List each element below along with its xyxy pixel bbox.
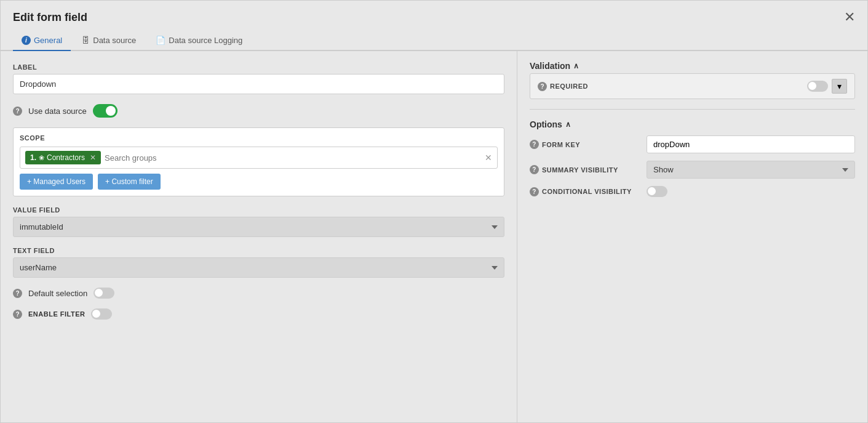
scope-buttons: + Managed Users + Custom filter	[20, 174, 498, 190]
summary-visibility-label: SUMMARY VISIBILITY	[542, 166, 618, 174]
form-key-row: ? FORM KEY	[530, 132, 855, 157]
info-circle-icon: i	[22, 36, 31, 45]
value-field-select[interactable]: immutableId id email	[13, 217, 504, 237]
use-data-source-label: Use data source	[28, 107, 87, 116]
text-field-section: TEXT FIELD userName displayName email	[13, 247, 504, 278]
modal-title: Edit form field	[13, 11, 87, 24]
required-help-icon: ?	[538, 82, 547, 91]
conditional-visibility-row: ? CONDITIONAL VISIBILITY	[530, 182, 855, 201]
scope-section-title: SCOPE	[20, 134, 498, 142]
tab-data-source-logging[interactable]: 📄 Data source Logging	[147, 31, 251, 51]
conditional-visibility-label: CONDITIONAL VISIBILITY	[542, 188, 632, 195]
options-section: Options ∧ ? FORM KEY ? SUMMARY VISIBILIT…	[530, 119, 855, 201]
form-key-help-icon: ?	[530, 140, 539, 149]
enable-filter-help-icon: ?	[13, 310, 22, 319]
form-key-input[interactable]	[647, 135, 855, 153]
value-field-section: VALUE FIELD immutableId id email	[13, 206, 504, 237]
default-selection-row: ? Default selection	[13, 288, 504, 299]
required-row: ? REQUIRED ▾	[530, 73, 855, 99]
options-title: Options	[530, 119, 562, 129]
summary-visibility-select[interactable]: Show Hide	[647, 161, 855, 179]
general-tab-icon: i	[22, 35, 31, 45]
enable-filter-row: ? ENABLE FILTER	[13, 308, 504, 320]
required-expand-button[interactable]: ▾	[832, 79, 847, 94]
scope-input-box: 1. ❀ Contractors ✕ ✕	[20, 147, 498, 169]
use-data-source-row: ? Use data source	[13, 104, 504, 118]
default-selection-help-icon: ?	[13, 289, 22, 298]
required-label-group: ? REQUIRED	[538, 82, 588, 91]
modal-body: LABEL ? Use data source SCOPE 1. ❀	[1, 51, 867, 422]
summary-visibility-row: ? SUMMARY VISIBILITY Show Hide	[530, 157, 855, 182]
scope-search-input[interactable]	[105, 153, 492, 163]
enable-filter-label: ENABLE FILTER	[28, 310, 85, 318]
tab-general[interactable]: i General	[13, 30, 71, 51]
scope-clear-button[interactable]: ✕	[485, 153, 492, 163]
text-field-label: TEXT FIELD	[13, 247, 504, 254]
tab-data-source[interactable]: 🗄 Data source	[73, 31, 145, 51]
label-section: LABEL	[13, 63, 504, 94]
add-custom-filter-button[interactable]: + Custom filter	[98, 174, 161, 190]
tag-text: Contractors	[47, 153, 85, 162]
summary-visibility-help-icon: ?	[530, 165, 539, 174]
left-panel: LABEL ? Use data source SCOPE 1. ❀	[1, 51, 517, 422]
use-data-source-toggle[interactable]	[93, 104, 117, 118]
default-selection-toggle[interactable]	[94, 288, 114, 299]
options-header: Options ∧	[530, 119, 855, 129]
label-input[interactable]	[13, 74, 504, 94]
value-field-label: VALUE FIELD	[13, 206, 504, 214]
validation-title: Validation	[530, 61, 570, 71]
summary-visibility-label-group: ? SUMMARY VISIBILITY	[530, 165, 640, 174]
validation-chevron-icon: ∧	[573, 62, 579, 70]
data-source-tab-icon: 🗄	[82, 36, 90, 45]
tab-data-source-label: Data source	[93, 36, 136, 45]
tabs-bar: i General 🗄 Data source 📄 Data source Lo…	[1, 24, 867, 51]
form-key-label: FORM KEY	[542, 141, 580, 148]
tag-remove-button[interactable]: ✕	[90, 153, 96, 162]
scope-tag-contractors: 1. ❀ Contractors ✕	[25, 151, 101, 164]
edit-form-field-modal: Edit form field ✕ i General 🗄 Data sourc…	[0, 0, 868, 423]
scope-section: SCOPE 1. ❀ Contractors ✕ ✕ + Managed Use…	[13, 127, 504, 196]
tag-number: 1.	[30, 153, 36, 162]
conditional-visibility-toggle[interactable]	[647, 186, 667, 197]
validation-section: Validation ∧ ? REQUIRED ▾	[530, 61, 855, 99]
validation-header: Validation ∧	[530, 61, 855, 71]
default-selection-label: Default selection	[28, 289, 87, 298]
conditional-visibility-help-icon: ?	[530, 187, 539, 196]
conditional-visibility-label-group: ? CONDITIONAL VISIBILITY	[530, 187, 640, 196]
right-panel: Validation ∧ ? REQUIRED ▾	[517, 51, 867, 422]
required-toggle[interactable]	[807, 81, 828, 92]
required-controls: ▾	[807, 79, 847, 94]
add-managed-users-button[interactable]: + Managed Users	[20, 174, 93, 190]
options-chevron-icon: ∧	[565, 120, 571, 129]
close-button[interactable]: ✕	[844, 10, 855, 24]
modal-header: Edit form field ✕	[1, 1, 867, 24]
label-section-title: LABEL	[13, 63, 504, 71]
required-label: REQUIRED	[550, 83, 588, 90]
data-source-logging-tab-icon: 📄	[156, 36, 165, 45]
form-key-label-group: ? FORM KEY	[530, 140, 640, 149]
tab-data-source-logging-label: Data source Logging	[169, 36, 242, 45]
text-field-select[interactable]: userName displayName email	[13, 257, 504, 278]
divider	[530, 109, 855, 110]
tag-group-icon: ❀	[39, 154, 44, 162]
tab-general-label: General	[34, 36, 62, 45]
help-icon: ?	[13, 107, 22, 116]
enable-filter-toggle[interactable]	[91, 308, 112, 320]
